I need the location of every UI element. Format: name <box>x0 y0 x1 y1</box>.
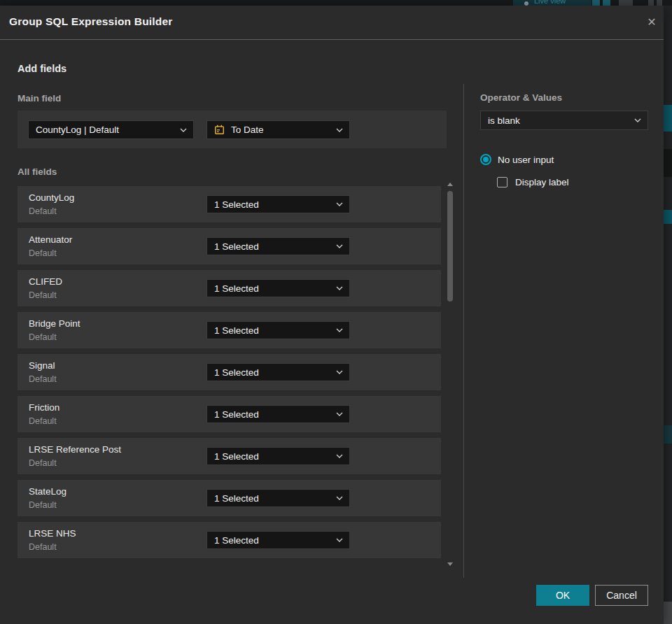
field-name: CountyLog <box>29 192 74 203</box>
radio-selected-icon <box>480 154 491 165</box>
field-subtitle: Default <box>29 206 57 216</box>
background-app-right-strip <box>664 6 672 624</box>
main-field-container: CountyLog | Default To Date <box>18 111 447 148</box>
field-selection-value: 1 Selected <box>207 535 259 546</box>
field-subtitle: Default <box>29 500 57 510</box>
field-subtitle: Default <box>29 332 57 342</box>
main-field-attribute-value: To Date <box>225 125 264 135</box>
field-row: Attenuator Default 1 Selected <box>18 228 441 264</box>
field-row: StateLog Default 1 Selected <box>18 480 441 516</box>
add-fields-heading: Add fields <box>18 63 66 74</box>
checkbox-unchecked-icon <box>497 177 507 187</box>
field-row: CountyLog Default 1 Selected <box>18 186 441 222</box>
field-selection-dropdown[interactable]: 1 Selected <box>206 195 350 213</box>
chevron-down-icon <box>336 538 343 542</box>
field-subtitle: Default <box>29 290 57 300</box>
dialog-header: Group SQL Expression Builder ✕ <box>0 6 664 40</box>
field-name: Signal <box>29 360 55 371</box>
chevron-down-icon <box>336 454 343 458</box>
group-sql-expression-builder-dialog: Group SQL Expression Builder ✕ Add field… <box>0 6 664 624</box>
field-row: LRSE Reference Post Default 1 Selected <box>18 438 441 474</box>
chevron-down-icon <box>336 412 343 416</box>
field-row: Signal Default 1 Selected <box>18 354 441 390</box>
field-selection-dropdown[interactable]: 1 Selected <box>206 321 350 339</box>
field-row: Bridge Point Default 1 Selected <box>18 312 441 348</box>
field-name: Attenuator <box>29 234 72 245</box>
chevron-down-icon <box>634 118 641 122</box>
live-view-label: Live view <box>534 0 566 5</box>
field-selection-value: 1 Selected <box>207 493 259 504</box>
operator-dropdown-value: is blank <box>481 115 520 126</box>
field-selection-dropdown[interactable]: 1 Selected <box>206 447 350 465</box>
field-selection-dropdown[interactable]: 1 Selected <box>206 363 350 381</box>
background-app-top-strip: Live view <box>0 0 672 6</box>
field-selection-dropdown[interactable]: 1 Selected <box>206 489 350 507</box>
background-app-sliver <box>664 210 672 224</box>
panel-divider <box>463 84 464 578</box>
background-app-sliver <box>603 0 610 6</box>
background-app-sliver <box>664 602 672 624</box>
cancel-button[interactable]: Cancel <box>595 585 648 606</box>
main-field-dropdown[interactable]: CountyLog | Default <box>28 120 194 139</box>
field-row: Friction Default 1 Selected <box>18 396 441 432</box>
field-selection-dropdown[interactable]: 1 Selected <box>206 279 350 297</box>
dialog-title: Group SQL Expression Builder <box>9 15 173 28</box>
no-user-input-label: No user input <box>498 155 554 165</box>
field-row: LRSE NHS Default 1 Selected <box>18 522 441 558</box>
close-icon[interactable]: ✕ <box>643 13 661 31</box>
background-app-sliver <box>664 105 672 132</box>
background-app-sliver <box>592 0 600 6</box>
field-subtitle: Default <box>29 458 57 468</box>
field-name: LRSE NHS <box>29 528 76 539</box>
display-label-checkbox[interactable]: Display label <box>497 177 569 187</box>
chevron-down-icon <box>336 496 343 500</box>
field-selection-value: 1 Selected <box>207 367 259 378</box>
all-fields-heading: All fields <box>18 166 57 177</box>
scroll-down-icon[interactable] <box>447 562 453 566</box>
chevron-down-icon <box>336 328 343 332</box>
chevron-down-icon <box>336 286 343 290</box>
field-subtitle: Default <box>29 416 57 426</box>
background-app-sliver <box>657 0 662 6</box>
field-selection-value: 1 Selected <box>207 451 259 462</box>
field-selection-value: 1 Selected <box>207 325 259 336</box>
list-scrollbar[interactable] <box>445 183 455 566</box>
operator-values-heading: Operator & Values <box>480 92 562 103</box>
background-app-sliver <box>648 0 654 6</box>
field-selection-value: 1 Selected <box>207 241 259 252</box>
all-fields-list: CountyLog Default 1 Selected Attenuator … <box>18 186 441 564</box>
field-row: CLIFED Default 1 Selected <box>18 270 441 306</box>
operator-dropdown[interactable]: is blank <box>480 111 648 130</box>
field-selection-dropdown[interactable]: 1 Selected <box>206 405 350 423</box>
field-subtitle: Default <box>29 374 57 384</box>
no-user-input-radio[interactable]: No user input <box>480 154 554 165</box>
chevron-down-icon <box>336 370 343 374</box>
field-name: LRSE Reference Post <box>29 444 121 455</box>
background-app-sliver <box>619 0 633 6</box>
background-app-sliver <box>664 425 672 444</box>
field-name: CLIFED <box>29 276 62 287</box>
field-subtitle: Default <box>29 542 57 552</box>
main-field-heading: Main field <box>18 93 61 104</box>
live-view-button: Live view <box>513 0 592 6</box>
chevron-down-icon <box>336 202 343 206</box>
chevron-down-icon <box>336 244 343 248</box>
ok-button[interactable]: OK <box>536 585 589 606</box>
main-field-dropdown-value: CountyLog | Default <box>29 125 119 135</box>
field-name: Bridge Point <box>29 318 80 329</box>
chevron-down-icon <box>336 128 343 132</box>
field-name: Friction <box>29 402 59 413</box>
field-selection-dropdown[interactable]: 1 Selected <box>206 531 350 549</box>
scrollbar-thumb[interactable] <box>447 191 453 302</box>
background-app-sliver <box>664 149 672 177</box>
chevron-down-icon <box>180 128 187 132</box>
field-selection-value: 1 Selected <box>207 283 259 294</box>
scroll-up-icon[interactable] <box>447 183 453 186</box>
field-selection-value: 1 Selected <box>207 409 259 420</box>
field-subtitle: Default <box>29 248 57 258</box>
display-label-text: Display label <box>515 177 569 187</box>
field-selection-value: 1 Selected <box>207 199 259 210</box>
main-field-attribute-dropdown[interactable]: To Date <box>206 120 350 139</box>
field-name: StateLog <box>29 486 66 497</box>
field-selection-dropdown[interactable]: 1 Selected <box>206 237 350 255</box>
